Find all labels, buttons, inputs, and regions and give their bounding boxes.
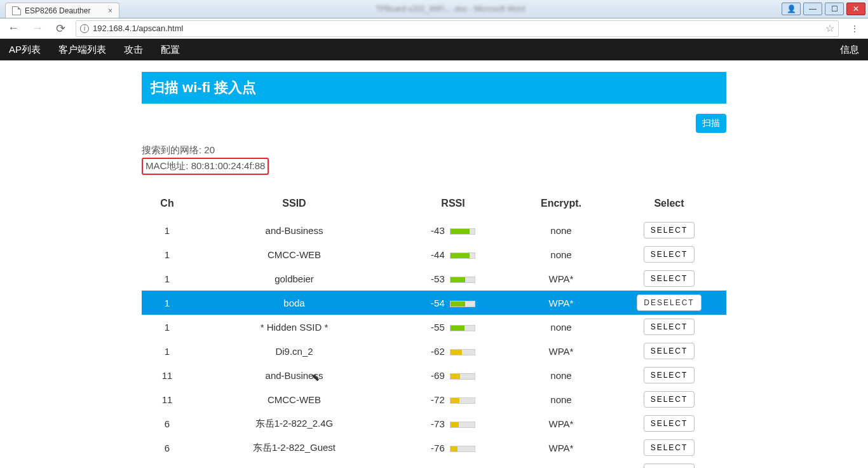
- cell-ch: 6: [142, 436, 193, 460]
- cell-rssi: -69: [396, 363, 510, 387]
- address-bar[interactable]: i 192.168.4.1/apscan.html ☆: [76, 20, 839, 37]
- th-ch: Ch: [142, 194, 193, 218]
- site-info-icon[interactable]: i: [80, 24, 89, 33]
- cell-enc: WPA*: [510, 339, 612, 363]
- cell-ch: 1: [142, 291, 193, 315]
- cell-rssi: -43: [396, 218, 510, 242]
- rssi-bar: [450, 373, 475, 380]
- select-button[interactable]: SELECT: [644, 343, 695, 359]
- select-button[interactable]: SELECT: [644, 222, 695, 238]
- browser-tab[interactable]: ESP8266 Deauther ×: [5, 3, 119, 18]
- cell-enc: none: [510, 218, 612, 242]
- nav-client-list[interactable]: 客户端列表: [50, 44, 115, 56]
- cell-ch: 1: [142, 242, 193, 266]
- cell-ssid: goldbeier: [193, 266, 396, 291]
- cell-rssi: -62: [396, 339, 510, 363]
- background-window-title: TPBoard-v202_WiFi... .doc - Microsoft Wo…: [119, 0, 782, 18]
- cell-ch: 11: [142, 387, 193, 411]
- cell-rssi: -53: [396, 266, 510, 291]
- page-icon: [12, 6, 21, 15]
- cell-ch: 6: [142, 411, 193, 436]
- cell-ch: 1: [142, 315, 193, 339]
- cell-ssid: and-Business: [193, 218, 396, 242]
- select-button[interactable]: SELECT: [644, 367, 695, 383]
- cell-ssid: Di9.cn_2: [193, 339, 396, 363]
- window-minimize-button[interactable]: —: [803, 3, 822, 15]
- reload-button[interactable]: ⟳: [53, 22, 68, 36]
- select-button[interactable]: SELECT: [644, 319, 695, 335]
- cell-rssi: -77: [396, 460, 510, 468]
- cell-enc: WPA*: [510, 436, 612, 460]
- table-row: 1Di9.cn_2-62 WPA*SELECT: [142, 339, 726, 363]
- rssi-bar: [450, 228, 475, 235]
- cell-ssid: and-Business: [193, 460, 396, 468]
- browser-menu-icon[interactable]: ⋮: [846, 24, 863, 34]
- nav-ap-list[interactable]: AP列表: [0, 44, 50, 56]
- window-maximize-button[interactable]: ☐: [825, 3, 844, 15]
- table-row: 1* Hidden SSID *-55 noneSELECT: [142, 315, 726, 339]
- select-button[interactable]: SELECT: [644, 246, 695, 263]
- bookmark-star-icon[interactable]: ☆: [825, 22, 834, 34]
- page-title: 扫描 wi-fi 接入点: [142, 72, 726, 104]
- scan-button[interactable]: 扫描: [696, 114, 726, 133]
- nav-info[interactable]: 信息: [831, 44, 868, 56]
- table-row: 1and-Business-43 noneSELECT: [142, 218, 726, 242]
- url-text: 192.168.4.1/apscan.html: [93, 24, 183, 33]
- rssi-bar: [450, 349, 475, 355]
- select-button[interactable]: SELECT: [644, 415, 695, 432]
- nav-config[interactable]: 配置: [152, 44, 189, 56]
- ap-table: Ch SSID RSSI Encrypt. Select 1and-Busine…: [142, 194, 726, 468]
- table-row: 11CMCC-WEB-72 noneSELECT: [142, 387, 726, 411]
- th-rssi: RSSI: [396, 194, 510, 218]
- rssi-bar: [450, 325, 475, 331]
- table-row: 1CMCC-WEB-44 noneSELECT: [142, 242, 726, 266]
- cell-ssid: 东岳1-2-822_Guest: [193, 436, 396, 460]
- deselect-button[interactable]: DESELECT: [637, 294, 701, 311]
- rssi-bar: [450, 446, 475, 452]
- select-button[interactable]: SELECT: [644, 464, 695, 468]
- tab-title: ESP8266 Deauther: [25, 6, 90, 15]
- select-button[interactable]: SELECT: [644, 439, 695, 456]
- select-button[interactable]: SELECT: [644, 391, 695, 408]
- cell-rssi: -55: [396, 315, 510, 339]
- cell-enc: WPA*: [510, 411, 612, 436]
- cell-ch: 1: [142, 218, 193, 242]
- cell-ssid: 东岳1-2-822_2.4G: [193, 411, 396, 436]
- cell-ch: 1: [142, 266, 193, 291]
- cell-rssi: -72: [396, 387, 510, 411]
- cell-rssi: -44: [396, 242, 510, 266]
- tab-close-icon[interactable]: ×: [108, 6, 112, 15]
- table-row: 11and-Business-69 noneSELECT: [142, 363, 726, 387]
- cell-ssid: CMCC-WEB: [193, 387, 396, 411]
- table-row: 1goldbeier-53 WPA*SELECT: [142, 266, 726, 291]
- rssi-bar: [450, 422, 475, 428]
- window-titlebar: ESP8266 Deauther × TPBoard-v202_WiFi... …: [0, 0, 868, 18]
- rssi-bar: [450, 252, 475, 259]
- cell-ssid: boda: [193, 291, 396, 315]
- th-ssid: SSID: [193, 194, 396, 218]
- cell-rssi: -54: [396, 291, 510, 315]
- cell-rssi: -73: [396, 411, 510, 436]
- back-button[interactable]: ←: [5, 22, 22, 35]
- cell-enc: none: [510, 460, 612, 468]
- rssi-bar: [450, 397, 475, 404]
- nav-attack[interactable]: 攻击: [115, 44, 152, 56]
- cell-ch: 1: [142, 339, 193, 363]
- table-row: 6and-Business-77 noneSELECT: [142, 460, 726, 468]
- networks-found-label: 搜索到的网络:: [142, 144, 201, 155]
- cell-ssid: * Hidden SSID *: [193, 315, 396, 339]
- cell-enc: none: [510, 315, 612, 339]
- mac-value: 80:81:00:24:4f:88: [191, 160, 266, 171]
- cell-rssi: -76: [396, 436, 510, 460]
- rssi-bar: [450, 301, 475, 307]
- app-nav: AP列表 客户端列表 攻击 配置 信息: [0, 39, 868, 60]
- window-close-button[interactable]: ✕: [846, 3, 865, 15]
- cell-enc: WPA*: [510, 291, 612, 315]
- user-icon[interactable]: 👤: [782, 3, 801, 15]
- select-button[interactable]: SELECT: [644, 270, 695, 287]
- forward-button: →: [29, 22, 46, 35]
- table-row: 6东岳1-2-822_Guest-76 WPA*SELECT: [142, 436, 726, 460]
- cell-enc: none: [510, 387, 612, 411]
- table-row: 1boda-54 WPA*DESELECT: [142, 291, 726, 315]
- networks-found: 搜索到的网络: 20: [142, 144, 726, 156]
